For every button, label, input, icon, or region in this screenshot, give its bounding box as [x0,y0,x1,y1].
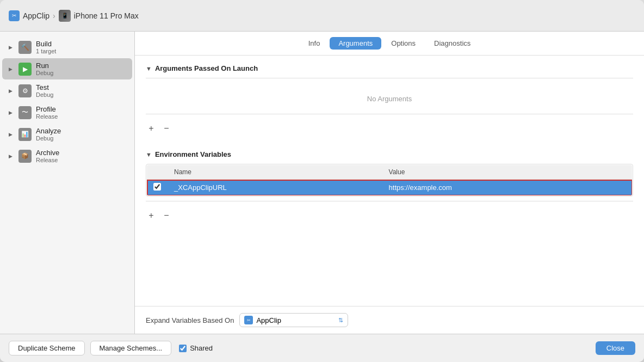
app-name: AppClip [23,11,49,20]
right-panel: Info Arguments Options Diagnostics ▼ Arg… [135,32,644,334]
env-table: Name Value _XCAppClipURL [146,164,633,196]
checkbox-col-header [147,165,168,180]
analyze-label: Analyze [36,127,61,135]
breadcrumb: ✂ AppClip › 📱 iPhone 11 Pro Max [9,10,139,22]
profile-icon: 〜 [18,106,32,119]
expand-vars-row: Expand Variables Based On ✂ AppClip ⇅ [135,306,644,334]
shared-group: Shared [179,344,213,352]
tab-diagnostics[interactable]: Diagnostics [425,37,479,50]
panel-content: ▼ Arguments Passed On Launch No Argument… [135,56,644,306]
build-label: Build [36,40,56,48]
build-icon: 🔨 [18,41,32,54]
env-table-container: Name Value _XCAppClipURL [146,164,633,197]
test-arrow: ▶ [9,88,14,94]
tab-info[interactable]: Info [300,37,329,50]
run-icon: ▶ [18,63,32,76]
section-env-vars: ▼ Environment Variables Name Value [146,150,633,224]
section-title-arguments: Arguments Passed On Launch [155,64,258,72]
arguments-add-remove: + − [146,120,633,137]
tab-bar: Info Arguments Options Diagnostics [135,32,644,56]
sidebar-item-profile[interactable]: ▶ 〜 Profile Release [2,102,132,123]
select-arrows-icon: ⇅ [338,317,343,324]
close-button[interactable]: Close [596,341,635,355]
bottom-bar: Duplicate Scheme Manage Schemes... Share… [0,334,644,362]
main-window: ✂ AppClip › 📱 iPhone 11 Pro Max ▶ 🔨 Buil… [0,0,644,362]
archive-sublabel: Release [36,157,59,163]
appclip-select-icon: ✂ [244,316,253,324]
sidebar-item-test[interactable]: ▶ ⚙ Test Debug [2,80,132,101]
divider-arguments-top [146,78,633,78]
test-icon: ⚙ [18,84,32,97]
profile-label: Profile [36,105,58,113]
divider-env [146,201,633,201]
shared-checkbox[interactable] [179,345,187,352]
test-label: Test [36,83,53,91]
run-arrow: ▶ [9,66,14,72]
remove-env-button[interactable]: − [161,210,172,221]
device-icon: 📱 [59,10,71,22]
triangle-icon-arguments: ▼ [146,65,152,72]
sidebar-item-build[interactable]: ▶ 🔨 Build 1 target [2,36,132,58]
section-arguments: ▼ Arguments Passed On Launch No Argument… [146,64,633,137]
value-col-header: Value [382,165,633,180]
section-header-env: ▼ Environment Variables [146,150,633,158]
sidebar-item-analyze[interactable]: ▶ 📊 Analyze Debug [2,124,132,145]
shared-label: Shared [190,344,213,352]
expand-vars-value: AppClip [256,316,281,324]
sidebar: ▶ 🔨 Build 1 target ▶ ▶ Run Debug ▶ ⚙ [0,32,135,334]
env-add-remove: + − [146,207,633,224]
archive-label: Archive [36,149,59,157]
duplicate-scheme-button[interactable]: Duplicate Scheme [9,341,85,355]
table-row[interactable]: _XCAppClipURL https://example.com [147,180,633,196]
name-col-header: Name [168,165,382,180]
row-checkbox[interactable] [153,183,161,191]
triangle-icon-env: ▼ [146,151,152,158]
manage-schemes-button[interactable]: Manage Schemes... [90,341,172,355]
divider-arguments-bottom [146,114,633,114]
appclip-icon: ✂ [9,10,20,21]
env-var-value: https://example.com [382,180,633,196]
add-argument-button[interactable]: + [146,123,157,134]
sidebar-item-run[interactable]: ▶ ▶ Run Debug [2,58,132,79]
expand-vars-select[interactable]: ✂ AppClip ⇅ [239,313,348,327]
remove-argument-button[interactable]: − [161,123,172,134]
run-sublabel: Debug [36,70,53,76]
analyze-icon: 📊 [18,128,32,141]
archive-icon: 📦 [18,150,32,163]
section-title-env: Environment Variables [155,150,231,158]
section-header-arguments: ▼ Arguments Passed On Launch [146,64,633,72]
sidebar-item-archive[interactable]: ▶ 📦 Archive Release [2,145,132,167]
breadcrumb-separator: › [53,11,55,20]
expand-vars-label: Expand Variables Based On [146,316,234,324]
add-env-button[interactable]: + [146,210,157,221]
tab-arguments[interactable]: Arguments [330,37,381,50]
analyze-arrow: ▶ [9,132,14,137]
title-bar: ✂ AppClip › 📱 iPhone 11 Pro Max [0,0,644,32]
env-var-name: _XCAppClipURL [168,180,382,196]
test-sublabel: Debug [36,91,53,98]
no-arguments-text: No Arguments [146,84,633,114]
build-sublabel: 1 target [36,48,56,54]
run-label: Run [36,62,53,70]
analyze-sublabel: Debug [36,135,61,142]
profile-arrow: ▶ [9,110,14,115]
archive-arrow: ▶ [9,154,14,159]
tab-options[interactable]: Options [382,37,424,50]
profile-sublabel: Release [36,113,58,120]
build-arrow: ▶ [9,45,14,50]
device-name: iPhone 11 Pro Max [74,11,139,20]
main-content: ▶ 🔨 Build 1 target ▶ ▶ Run Debug ▶ ⚙ [0,32,644,334]
